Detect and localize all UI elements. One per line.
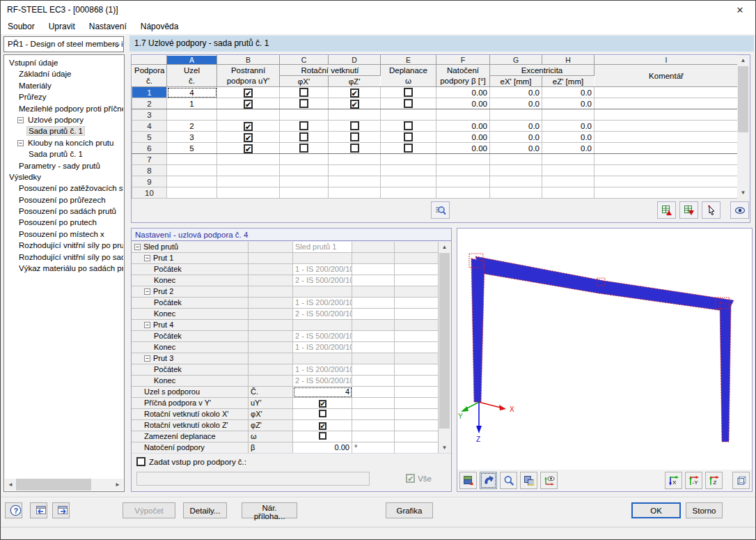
sidebar-item[interactable]: Posouzení po místech x: [5, 229, 123, 240]
cell-uy-checkbox[interactable]: ✔: [217, 132, 280, 143]
cell-phix-checkbox[interactable]: [280, 121, 329, 132]
excel-export-button[interactable]: [679, 201, 698, 219]
table-vscrollbar[interactable]: ▲ ▼: [737, 55, 749, 199]
omega-checkbox[interactable]: [404, 99, 413, 108]
cell-uy-checkbox[interactable]: ✔: [217, 121, 280, 132]
menu-item-1[interactable]: Upravit: [42, 20, 82, 31]
zoom-button[interactable]: [500, 472, 517, 489]
cell-ex[interactable]: 0.0: [490, 121, 542, 132]
omega-checkbox[interactable]: [404, 144, 413, 153]
sidebar-item[interactable]: Vstupní údaje: [5, 57, 123, 68]
cell-ez[interactable]: 0.0: [542, 98, 594, 109]
phix-checkbox[interactable]: [299, 88, 308, 97]
uy-checkbox[interactable]: ✔: [244, 144, 253, 153]
omega-checkbox[interactable]: [404, 88, 413, 97]
previous-table-button[interactable]: [30, 502, 47, 518]
column-letter-F[interactable]: F: [436, 56, 490, 65]
cell-ez[interactable]: 0.0: [542, 132, 594, 143]
cell-phiz-checkbox[interactable]: [329, 121, 381, 132]
cell-beta[interactable]: 0.00: [436, 98, 490, 109]
cell-ez[interactable]: 0.0: [542, 121, 594, 132]
empty-cell[interactable]: [329, 176, 381, 187]
empty-cell[interactable]: [542, 187, 594, 199]
settings-value-cell[interactable]: 2 - IS 500/200/10/15/5: [293, 275, 352, 286]
row-header[interactable]: 4: [132, 121, 167, 132]
empty-cell[interactable]: [167, 187, 217, 199]
empty-cell[interactable]: [329, 187, 381, 199]
sidebar-item[interactable]: Posouzení po prutech: [5, 217, 123, 228]
sidebar-item[interactable]: Výkaz materiálu po sadách prut: [5, 263, 123, 274]
settings-value-cell[interactable]: ✔: [293, 420, 352, 431]
settings-value-cell[interactable]: 1 - IS 200/200/10/15/5: [293, 298, 352, 309]
omega-checkbox[interactable]: [404, 121, 413, 130]
empty-cell[interactable]: [594, 165, 739, 176]
phiz-checkbox[interactable]: [350, 132, 359, 141]
empty-cell[interactable]: [217, 165, 280, 176]
empty-cell[interactable]: [594, 154, 739, 165]
column-letter-A[interactable]: A: [167, 56, 217, 65]
empty-cell[interactable]: [329, 165, 381, 176]
menu-item-2[interactable]: Nastavení: [82, 20, 134, 31]
empty-cell[interactable]: [217, 109, 280, 121]
supports-numbers-input[interactable]: [136, 472, 370, 486]
empty-cell[interactable]: [381, 154, 436, 165]
empty-cell[interactable]: [280, 176, 329, 187]
row-header[interactable]: 8: [132, 165, 167, 176]
cell-omega-checkbox[interactable]: [381, 87, 436, 98]
sidebar-item[interactable]: Sada prutů č. 1: [5, 148, 123, 160]
cell-phiz-checkbox[interactable]: ✔: [329, 98, 381, 109]
empty-cell[interactable]: [436, 154, 490, 165]
empty-cell[interactable]: [167, 109, 217, 121]
empty-cell[interactable]: [217, 176, 280, 187]
tree-collapse-icon[interactable]: [17, 140, 24, 146]
sidebar-item[interactable]: Posouzení po zatěžovacích stav: [5, 183, 123, 194]
sidebar-item[interactable]: Výsledky: [5, 171, 123, 183]
design-case-select[interactable]: PŘ1 - Design of steel members i: [3, 36, 124, 52]
pick-in-graphic-button[interactable]: [702, 201, 720, 219]
cell-phiz-checkbox[interactable]: [329, 143, 381, 154]
help-button[interactable]: ?: [5, 502, 22, 518]
scroll-up-icon[interactable]: ▲: [737, 55, 749, 66]
scroll-left-icon[interactable]: ◄: [5, 479, 16, 491]
cell-beta[interactable]: 0.00: [436, 121, 490, 132]
settings-value-cell[interactable]: 2 - IS 500/200/10/15/5: [293, 309, 352, 320]
empty-cell[interactable]: [436, 165, 490, 176]
cell-beta[interactable]: 0.00: [436, 143, 490, 154]
phiz-checkbox[interactable]: [350, 121, 359, 130]
phix-checkbox[interactable]: [299, 121, 308, 130]
cell-uy-checkbox[interactable]: ✔: [217, 143, 280, 154]
cell-comment[interactable]: [594, 121, 739, 132]
settings-vscrollbar[interactable]: ▲ ▼: [439, 242, 450, 454]
settings-value-cell[interactable]: 1 - IS 200/200/10/15/5: [293, 264, 352, 275]
cell-omega-checkbox[interactable]: [381, 98, 436, 109]
empty-cell[interactable]: [167, 154, 217, 165]
empty-cell[interactable]: [542, 165, 594, 176]
row-header[interactable]: 6: [132, 143, 167, 154]
empty-cell[interactable]: [594, 109, 739, 121]
next-table-button[interactable]: [52, 502, 70, 518]
uy-checkbox[interactable]: ✔: [244, 88, 253, 98]
render-mode-button[interactable]: [459, 472, 477, 489]
sidebar-item[interactable]: Posouzení po sadách prutů: [5, 206, 123, 217]
row-header[interactable]: 2: [132, 98, 167, 109]
sidebar-item[interactable]: Parametry - sady prutů: [5, 160, 123, 171]
all-checkbox[interactable]: ✔: [406, 474, 415, 483]
sidebar-item[interactable]: Průřezy: [5, 91, 123, 102]
ok-button[interactable]: OK: [631, 502, 681, 518]
view-z-button[interactable]: Z: [705, 472, 723, 489]
national-annex-button[interactable]: Nár. příloha...: [242, 502, 297, 518]
empty-cell[interactable]: [167, 176, 217, 187]
view-direction-button[interactable]: [540, 472, 558, 489]
phix-checkbox[interactable]: [299, 99, 308, 108]
cell-uy-checkbox[interactable]: ✔: [217, 98, 280, 109]
cell-node-number[interactable]: 2: [167, 121, 217, 132]
apply-to-supports-checkbox[interactable]: [136, 457, 145, 466]
settings-value-cell[interactable]: 2 - IS 500/200/10/15/5: [293, 331, 352, 342]
settings-value-cell[interactable]: [293, 409, 352, 420]
settings-value-cell[interactable]: 1 - IS 200/200/10/15/5: [293, 342, 352, 353]
phiz-checkbox[interactable]: ✔: [350, 88, 359, 98]
row-header[interactable]: 1: [132, 87, 167, 98]
cell-uy-checkbox[interactable]: ✔: [217, 87, 280, 98]
settings-value-cell[interactable]: [293, 286, 352, 298]
settings-value-cell[interactable]: [293, 320, 352, 331]
